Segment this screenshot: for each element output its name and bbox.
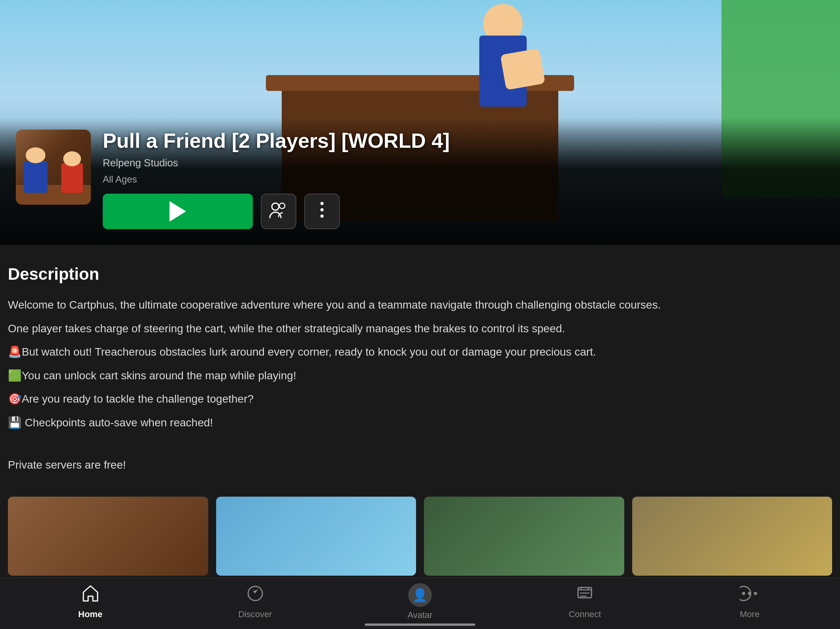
more-options-icon [313, 200, 331, 223]
thumbnail-inner [16, 130, 91, 205]
discover-icon [245, 584, 265, 606]
connect-icon [575, 584, 595, 606]
game-title: Pull a Friend [2 Players] [WORLD 4] [103, 130, 824, 152]
description-para-5: 🎯Are you ready to tackle the challenge t… [8, 390, 824, 409]
hero-banner: Pull a Friend [2 Players] [WORLD 4] Relp… [0, 0, 840, 245]
svg-point-4 [320, 215, 324, 218]
nav-item-home[interactable]: Home [51, 584, 130, 620]
svg-point-3 [320, 208, 324, 211]
screenshot-4[interactable] [632, 497, 832, 576]
description-heading: Description [8, 265, 824, 284]
game-age-rating: All Ages [103, 174, 824, 185]
svg-point-10 [754, 592, 757, 595]
description-para-1: Welcome to Cartphus, the ultimate cooper… [8, 296, 824, 314]
description-section: Description Welcome to Cartphus, the ult… [0, 245, 840, 495]
nav-item-connect[interactable]: Connect [545, 584, 624, 620]
nav-label-more: More [740, 609, 759, 620]
game-details: Pull a Friend [2 Players] [WORLD 4] Relp… [103, 130, 824, 229]
play-button[interactable] [103, 194, 253, 229]
description-para-2: One player takes charge of steering the … [8, 319, 824, 338]
hero-character-fist [500, 48, 545, 90]
description-para-6: 💾 Checkpoints auto-save when reached! [8, 413, 824, 432]
nav-item-avatar[interactable]: Avatar [380, 583, 460, 620]
nav-label-home: Home [78, 609, 102, 620]
game-actions [103, 194, 824, 229]
nav-label-discover: Discover [238, 609, 272, 620]
nav-indicator [365, 623, 475, 626]
svg-marker-6 [253, 589, 258, 593]
nav-label-connect: Connect [569, 609, 601, 620]
play-icon [170, 201, 186, 222]
screenshot-3[interactable] [424, 497, 624, 576]
avatar-icon [408, 583, 432, 607]
nav-label-avatar: Avatar [407, 610, 432, 620]
game-thumbnail [16, 130, 91, 205]
more-options-button[interactable] [304, 194, 340, 229]
svg-point-2 [320, 202, 324, 205]
description-para-7: Private servers are free! [8, 456, 824, 475]
svg-point-1 [279, 203, 285, 209]
friends-button[interactable] [261, 194, 296, 229]
description-body: Welcome to Cartphus, the ultimate cooper… [8, 296, 824, 475]
game-studio: Relpeng Studios [103, 157, 824, 169]
thumb-char2 [61, 163, 83, 193]
description-para-4: 🟩You can unlock cart skins around the ma… [8, 366, 824, 385]
screenshot-1[interactable] [8, 497, 208, 576]
svg-point-8 [742, 592, 745, 595]
screenshots-row [0, 489, 840, 576]
bottom-nav: Home Discover Avatar Connect [0, 578, 840, 629]
more-nav-icon [740, 584, 759, 606]
thumb-char1 [24, 161, 47, 193]
description-para-3: 🚨But watch out! Treacherous obstacles lu… [8, 343, 824, 362]
friends-icon [269, 200, 288, 223]
nav-item-more[interactable]: More [710, 584, 789, 620]
home-icon [81, 584, 100, 606]
svg-point-0 [272, 203, 279, 210]
game-info-overlay: Pull a Friend [2 Players] [WORLD 4] Relp… [0, 118, 840, 245]
nav-item-discover[interactable]: Discover [216, 584, 295, 620]
screenshot-2[interactable] [216, 497, 416, 576]
